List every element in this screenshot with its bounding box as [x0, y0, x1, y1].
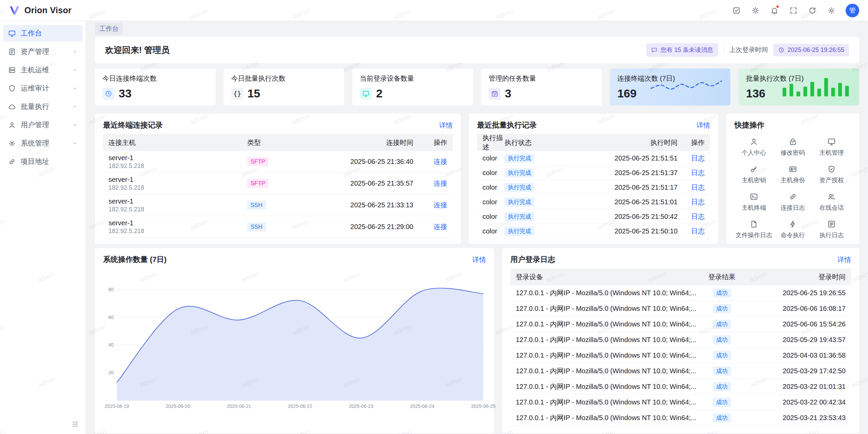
- login-device: 127.0.0.1 - 内网IP - Mozilla/5.0 (Windows …: [516, 382, 696, 391]
- welcome-banner: 欢迎回来! 管理员 您有 15 条未读消息 上次登录时间 2025-06-25 …: [95, 37, 859, 63]
- login-device: 127.0.0.1 - 内网IP - Mozilla/5.0 (Windows …: [516, 288, 696, 298]
- chevron-down-icon: [72, 122, 78, 128]
- protocol-tag: SSH: [247, 201, 266, 210]
- bottom-row: 系统操作数量 (7日) 详情 204060802025-06-192025-06…: [95, 248, 859, 433]
- login-device: 127.0.0.1 - 内网IP - Mozilla/5.0 (Windows …: [516, 304, 696, 313]
- panel-title: 快捷操作: [734, 120, 764, 130]
- stat-value: 15: [248, 87, 260, 100]
- operations-area-chart: 204060802025-06-192025-06-202025-06-2120…: [103, 268, 486, 428]
- cloud-icon: [8, 103, 16, 111]
- unread-messages-badge[interactable]: 您有 15 条未读消息: [646, 43, 718, 57]
- fullscreen-button[interactable]: [786, 3, 801, 18]
- checkbox-icon: [732, 6, 741, 15]
- sidebar-item-audit[interactable]: 运维审计: [3, 80, 82, 96]
- panel-title: 系统操作数量 (7日): [103, 254, 166, 265]
- stat-cards-row: 今日连接终端次数33今日批量执行次数{}15当前登录设备数量2管理的任务数量3连…: [95, 69, 859, 106]
- chart-details-link[interactable]: 详情: [472, 255, 486, 264]
- gear-button[interactable]: [824, 3, 839, 18]
- log-link[interactable]: 日志: [691, 169, 705, 176]
- stat-label: 当前登录设备数量: [360, 74, 466, 83]
- execution-description: color: [482, 169, 505, 177]
- login-time: 2025-03-22 00:42:34: [747, 398, 846, 406]
- svg-text:2025-06-22: 2025-06-22: [288, 403, 312, 409]
- connections-sparkline: [649, 76, 724, 98]
- log-link[interactable]: 日志: [691, 184, 705, 191]
- sidebar-item-assets[interactable]: 资产管理: [3, 43, 82, 60]
- sidebar-item-label: 系统管理: [21, 138, 49, 148]
- connect-link[interactable]: 连接: [434, 158, 447, 165]
- sidebar-item-users[interactable]: 用户管理: [3, 117, 82, 133]
- quick-action-personal-center[interactable]: 个人中心: [734, 137, 773, 157]
- terminal-table-header: 连接主机类型连接时间操作: [103, 134, 453, 151]
- sidebar-item-host-ops[interactable]: 主机运维: [3, 62, 82, 78]
- quick-action-asset-authorization[interactable]: 资产授权: [812, 165, 851, 184]
- login-log-row: 127.0.0.1 - 内网IP - Mozilla/5.0 (Windows …: [510, 332, 851, 348]
- sidebar-item-system[interactable]: 系统管理: [3, 135, 82, 151]
- execution-time: 2025-06-25 21:51:01: [569, 198, 677, 206]
- batch-details-link[interactable]: 详情: [696, 121, 710, 130]
- terminal-details-link[interactable]: 详情: [439, 121, 453, 130]
- welcome-meta: 您有 15 条未读消息 上次登录时间 2025-06-25 19:26:55: [646, 43, 849, 57]
- bolt-icon: [789, 220, 797, 228]
- chevron-down-icon: [72, 140, 78, 146]
- connect-link[interactable]: 连接: [434, 180, 447, 187]
- login-result-tag: 成功: [713, 288, 731, 298]
- quick-action-online-sessions[interactable]: 在线会话: [812, 192, 851, 212]
- connect-link[interactable]: 连接: [434, 223, 447, 230]
- quick-action-host-keys[interactable]: 主机密钥: [734, 165, 773, 184]
- sidebar-item-workbench[interactable]: 工作台: [3, 25, 82, 41]
- quick-actions-panel: 快捷操作 个人中心修改密码主机管理主机密钥主机身份资产授权主机终端连接日志在线会…: [726, 114, 859, 244]
- sun-icon: [751, 6, 760, 15]
- login-log-table: 登录设备登录结果登录时间127.0.0.1 - 内网IP - Mozilla/5…: [510, 268, 851, 426]
- page: Orion Visor 管 工作台资产管理主机运维运维审计批量执行用户管理系统管…: [0, 0, 868, 434]
- log-link[interactable]: 日志: [691, 154, 705, 162]
- quick-action-host-management[interactable]: 主机管理: [812, 137, 851, 157]
- login-details-link[interactable]: 详情: [837, 255, 851, 264]
- breadcrumb-item-workbench[interactable]: 工作台: [95, 23, 123, 35]
- svg-text:80: 80: [108, 287, 114, 292]
- login-result-tag: 成功: [713, 320, 731, 329]
- header-actions: 管: [729, 3, 859, 18]
- batch-record-row: color执行完成2025-06-25 21:51:37日志: [477, 166, 710, 180]
- menu-fold-icon: [72, 420, 79, 428]
- user-avatar[interactable]: 管: [846, 4, 859, 17]
- server-icon: [8, 66, 16, 74]
- connect-link[interactable]: 连接: [434, 201, 447, 209]
- sidebar-item-label: 主机运维: [21, 65, 49, 75]
- login-result-tag: 成功: [713, 366, 731, 376]
- login-log-row: 127.0.0.1 - 内网IP - Mozilla/5.0 (Windows …: [510, 395, 851, 410]
- quick-action-file-operation-log[interactable]: 文件操作日志: [734, 220, 773, 239]
- sidebar-item-label: 项目地址: [21, 157, 49, 166]
- sidebar-item-batch[interactable]: 批量执行: [3, 98, 82, 115]
- host-name: server-1: [108, 219, 247, 227]
- quick-action-command-execution[interactable]: 命令执行: [773, 220, 812, 239]
- log-link[interactable]: 日志: [691, 227, 705, 235]
- connect-time: 2025-06-25 21:36:40: [298, 158, 413, 166]
- batch-record-row: color执行完成2025-06-25 21:50:10日志: [477, 224, 710, 239]
- quick-action-execution-log[interactable]: 执行日志: [812, 220, 851, 239]
- terminal-record-row: server-1182.92.5.218SFTP2025-06-25 21:36…: [103, 151, 453, 173]
- sidebar-item-project-url[interactable]: 项目地址: [3, 153, 82, 170]
- log-link[interactable]: 日志: [691, 213, 705, 220]
- terminal-records-panel: 最近终端连接记录 详情 连接主机类型连接时间操作server-1182.92.5…: [95, 114, 461, 244]
- refresh-button[interactable]: [805, 3, 820, 18]
- login-device: 127.0.0.1 - 内网IP - Mozilla/5.0 (Windows …: [516, 335, 696, 344]
- sidebar-collapse-button[interactable]: [70, 418, 81, 430]
- quick-action-host-terminal[interactable]: 主机终端: [734, 192, 773, 212]
- quick-action-connection-log[interactable]: 连接日志: [773, 192, 812, 212]
- sun-button[interactable]: [748, 3, 763, 18]
- sidebar-item-label: 用户管理: [21, 120, 49, 130]
- checkbox-button[interactable]: [729, 3, 744, 18]
- connect-time: 2025-06-25 21:33:13: [298, 201, 413, 209]
- sidebar: 工作台资产管理主机运维运维审计批量执行用户管理系统管理项目地址: [0, 21, 86, 434]
- last-login-time: 2025-06-25 19:26:55: [788, 46, 844, 54]
- quick-action-host-identity[interactable]: 主机身份: [773, 165, 812, 184]
- quick-action-label: 个人中心: [742, 149, 766, 157]
- log-link[interactable]: 日志: [691, 198, 705, 206]
- login-time: 2025-04-03 01:36:58: [747, 352, 846, 359]
- refresh-icon: [808, 6, 816, 15]
- execution-time: 2025-06-25 21:51:37: [569, 169, 677, 177]
- login-time: 2025-06-25 19:26:55: [747, 289, 846, 297]
- bell-button[interactable]: [767, 3, 782, 18]
- quick-action-change-password[interactable]: 修改密码: [773, 137, 812, 157]
